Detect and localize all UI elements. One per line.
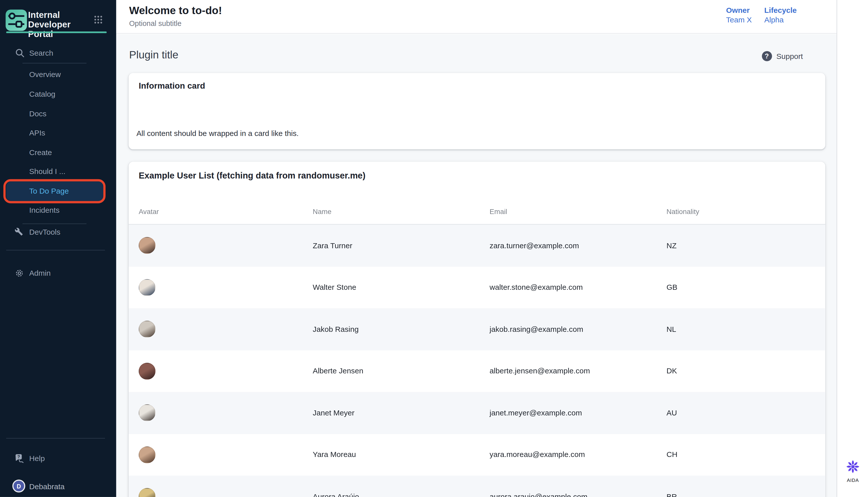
app-title: Internal Developer Portal — [28, 10, 91, 39]
sidebar-item-label: DevTools — [29, 228, 60, 237]
lifecycle-value: Alpha — [764, 15, 797, 25]
app-window: Internal Developer Portal Search Overvie… — [0, 0, 868, 497]
apps-grid-icon[interactable] — [93, 15, 103, 24]
column-header-name: Name — [313, 208, 490, 215]
divider — [6, 438, 105, 439]
support-button[interactable]: ? Support — [762, 51, 803, 62]
chat-question-icon: ? — [15, 454, 24, 463]
cell-name: Alberte Jensen — [313, 367, 490, 375]
cell-email: yara.moreau@example.com — [490, 451, 667, 459]
sidebar-item-to-do-page[interactable]: To Do Page — [6, 182, 103, 201]
cell-email: aurora.araujo@example.com — [490, 492, 667, 497]
sidebar-item-help[interactable]: ? Help — [0, 450, 116, 468]
question-circle-icon: ? — [762, 51, 772, 61]
aida-badge[interactable]: AIDA — [837, 459, 868, 483]
user-photo-avatar — [139, 404, 156, 421]
cell-nationality: CH — [666, 451, 825, 459]
table-header-row: Avatar Name Email Nationality — [129, 199, 825, 225]
information-card-title: Information card — [139, 81, 205, 90]
sidebar-item-search[interactable]: Search — [0, 45, 116, 62]
information-card: Information card All content should be w… — [129, 73, 825, 149]
cell-name: Aurora Araújo — [313, 492, 490, 497]
owner-label: Owner — [726, 5, 752, 15]
cell-nationality: AU — [666, 409, 825, 417]
table-row[interactable]: Aurora Araújo aurora.araujo@example.com … — [129, 475, 825, 497]
page-subtitle: Optional subtitle — [129, 19, 182, 27]
divider — [23, 63, 86, 63]
cell-email: alberte.jensen@example.com — [490, 367, 667, 375]
sidebar-item-catalog[interactable]: Catalog — [0, 84, 116, 104]
sidebar-item-label: APIs — [0, 129, 45, 137]
user-photo-avatar — [139, 446, 156, 463]
svg-text:?: ? — [17, 454, 20, 459]
table-row[interactable]: Walter Stone walter.stone@example.com GB — [129, 266, 825, 308]
sidebar-item-label: Create — [0, 148, 52, 156]
column-header-avatar: Avatar — [139, 208, 313, 215]
cell-name: Jakob Rasing — [313, 325, 490, 333]
table-row[interactable]: Jakob Rasing jakob.rasing@example.com NL — [129, 308, 825, 350]
user-list-title: Example User List (fetching data from ra… — [139, 171, 365, 181]
page-title: Welcome to to-do! — [129, 4, 222, 17]
owner-value[interactable]: Team X — [726, 15, 752, 25]
sidebar-item-devtools[interactable]: DevTools — [0, 224, 116, 241]
sidebar-item-label: Help — [29, 454, 45, 463]
user-photo-avatar — [139, 279, 156, 296]
sidebar-item-label: Admin — [29, 269, 50, 277]
information-card-body: All content should be wrapped in a card … — [136, 129, 299, 138]
app-logo-icon[interactable] — [5, 10, 27, 31]
cell-nationality: GB — [666, 283, 825, 292]
lifecycle-label: Lifecycle — [764, 5, 797, 15]
wrench-icon — [15, 227, 23, 236]
cell-email: janet.meyer@example.com — [490, 409, 667, 417]
sidebar: Internal Developer Portal Search Overvie… — [0, 0, 116, 497]
column-header-email: Email — [490, 208, 667, 215]
page-header: Welcome to to-do! Optional subtitle Owne… — [116, 0, 837, 34]
table-row[interactable]: Alberte Jensen alberte.jensen@example.co… — [129, 350, 825, 392]
cell-email: jakob.rasing@example.com — [490, 325, 667, 333]
table-body: Zara Turner zara.turner@example.com NZ W… — [129, 225, 825, 497]
sidebar-item-create[interactable]: Create — [0, 142, 116, 162]
sidebar-menu: OverviewCatalogDocsAPIsCreateShould I ..… — [0, 65, 116, 220]
cell-name: Janet Meyer — [313, 409, 490, 417]
sidebar-item-admin[interactable]: Admin — [0, 264, 116, 282]
cell-name: Zara Turner — [313, 241, 490, 250]
user-list-card: Example User List (fetching data from ra… — [129, 162, 825, 497]
table-row[interactable]: Yara Moreau yara.moreau@example.com CH — [129, 434, 825, 475]
table-row[interactable]: Zara Turner zara.turner@example.com NZ — [129, 225, 825, 266]
page-content: Plugin title ? Support Information card … — [116, 34, 837, 497]
user-photo-avatar — [139, 321, 156, 338]
user-table: Avatar Name Email Nationality Zara Turne… — [129, 199, 825, 497]
support-button-label: Support — [776, 52, 803, 60]
cell-email: walter.stone@example.com — [490, 283, 667, 292]
sidebar-item-label: Catalog — [0, 90, 55, 98]
cell-email: zara.turner@example.com — [490, 241, 667, 250]
sidebar-item-incidents[interactable]: Incidents — [0, 201, 116, 220]
sidebar-accent-divider — [6, 31, 107, 33]
aida-label: AIDA — [837, 477, 868, 483]
sidebar-item-label: Overview — [0, 71, 61, 79]
sidebar-item-should-i[interactable]: Should I ... — [0, 162, 116, 181]
main-area: Welcome to to-do! Optional subtitle Owne… — [116, 0, 837, 497]
user-name: Debabrata — [29, 482, 65, 491]
aida-flower-icon — [845, 459, 860, 474]
user-photo-avatar — [139, 363, 156, 380]
gear-icon — [15, 268, 24, 278]
sidebar-item-apis[interactable]: APIs — [0, 123, 116, 142]
owner-link[interactable]: Owner Team X — [726, 5, 752, 25]
lifecycle-link[interactable]: Lifecycle Alpha — [764, 5, 797, 25]
section-title: Plugin title — [129, 49, 178, 61]
divider — [6, 250, 105, 250]
cell-name: Yara Moreau — [313, 451, 490, 459]
sidebar-user-menu[interactable]: D Debabrata — [0, 477, 116, 497]
cell-name: Walter Stone — [313, 283, 490, 292]
sidebar-item-label: To Do Page — [6, 187, 69, 195]
sidebar-item-overview[interactable]: Overview — [0, 65, 116, 84]
cell-nationality: DK — [666, 367, 825, 375]
user-avatar: D — [12, 480, 25, 493]
cell-nationality: NL — [666, 325, 825, 333]
sidebar-item-label: Search — [29, 49, 53, 57]
table-row[interactable]: Janet Meyer janet.meyer@example.com AU — [129, 392, 825, 434]
user-photo-avatar — [139, 237, 156, 254]
sidebar-item-docs[interactable]: Docs — [0, 104, 116, 123]
sidebar-item-label: Should I ... — [0, 167, 66, 176]
